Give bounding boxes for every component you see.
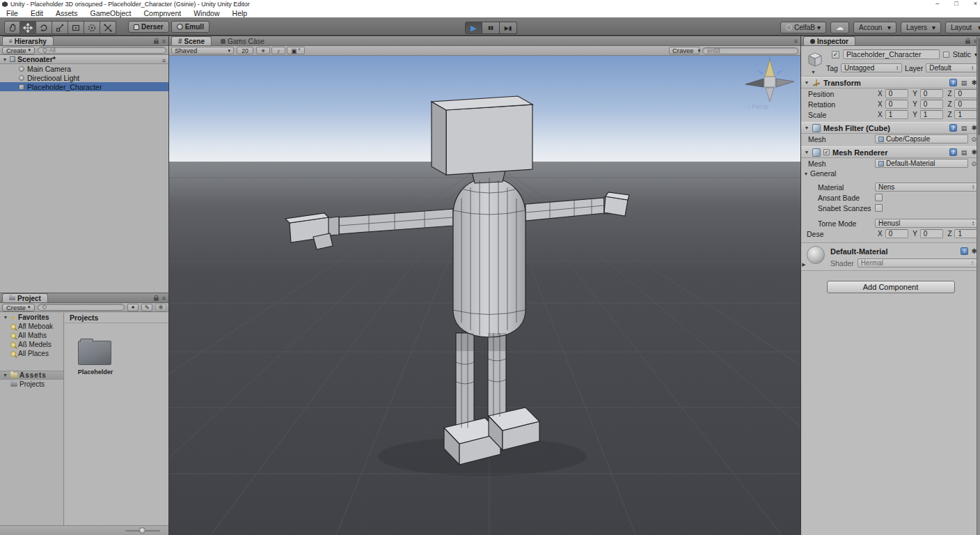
audio-toggle-button[interactable]: ♪: [271, 47, 285, 54]
preview-foldout-icon[interactable]: ▼: [811, 70, 816, 75]
tab-game[interactable]: Gams Càse: [214, 36, 271, 45]
help-icon[interactable]: ?: [949, 79, 957, 86]
foldout-icon[interactable]: ▼: [3, 315, 8, 320]
project-create-button[interactable]: Creste▾: [2, 304, 35, 311]
material-object-field[interactable]: Default-Material: [875, 159, 968, 168]
mesh-object-field[interactable]: Cube/Capsule: [875, 134, 968, 144]
foldout-icon[interactable]: ▼: [3, 373, 8, 378]
transform-header[interactable]: ▼ Transform ?▤✱: [801, 77, 980, 88]
gameobject-name-field[interactable]: Placeholder_Character: [843, 49, 940, 59]
favorite-item[interactable]: All Places: [0, 349, 63, 358]
tab-project[interactable]: Project: [2, 293, 48, 302]
position-z-field[interactable]: 0: [954, 89, 978, 98]
preset-icon[interactable]: ▤: [961, 148, 968, 156]
tab-inspector[interactable]: Inspector: [803, 36, 855, 45]
gizmos-dropdown[interactable]: Cravee▾: [669, 47, 700, 54]
layout-dropdown[interactable]: Layout▾: [945, 22, 980, 33]
help-icon[interactable]: ?: [949, 148, 957, 156]
menu-help[interactable]: Help: [226, 9, 254, 17]
pan-tool-button[interactable]: [4, 21, 20, 34]
scale-tool-button[interactable]: [52, 21, 68, 34]
torne-mode-dropdown[interactable]: Henusl↕: [875, 219, 978, 228]
placeholder-folder[interactable]: [78, 341, 111, 365]
rect-tool-button[interactable]: [68, 21, 84, 34]
hierarchy-item-placeholder-character[interactable]: Placeholder_Character: [0, 82, 168, 91]
menu-assets[interactable]: Assets: [49, 9, 84, 17]
preset-icon[interactable]: ▤: [961, 124, 968, 132]
project-search-input[interactable]: [38, 304, 125, 311]
cloud-button[interactable]: ☁: [830, 22, 849, 33]
panel-menu-icon[interactable]: ≡: [162, 295, 166, 302]
favorite-item[interactable]: Afl Meboak: [0, 322, 63, 331]
tab-scene[interactable]: #Scene: [171, 36, 212, 45]
position-y-field[interactable]: 0: [920, 89, 944, 98]
foldout-icon[interactable]: ▼: [804, 80, 809, 85]
mesh-renderer-enabled-checkbox[interactable]: ✓: [823, 149, 830, 155]
rotation-y-field[interactable]: 0: [920, 100, 944, 109]
favorites-root[interactable]: ▼★Favorites: [0, 313, 63, 322]
pause-button[interactable]: ▮▮: [482, 22, 500, 34]
assets-child-projects[interactable]: Projects: [0, 380, 63, 389]
scene-row[interactable]: ▼ Scenoater* ≡: [0, 55, 168, 64]
search-by-type-button[interactable]: ✦: [127, 304, 139, 311]
menu-component[interactable]: Compnvent: [137, 9, 187, 17]
help-icon[interactable]: ?: [949, 124, 957, 132]
mesh-filter-header[interactable]: ▼ Mesh Filter (Cube) ?▤✱: [801, 122, 980, 134]
shader-dropdown[interactable]: Hermal↕: [858, 258, 977, 268]
foldout-icon[interactable]: ▼: [2, 57, 8, 62]
foldout-icon[interactable]: ▼: [804, 125, 809, 130]
lighting-toggle-button[interactable]: ☀: [256, 47, 270, 54]
tag-dropdown[interactable]: Untagged↕: [841, 63, 902, 72]
menu-window[interactable]: Window: [187, 9, 226, 17]
layer-dropdown[interactable]: Default↕: [926, 63, 977, 72]
inspector-scrollbar[interactable]: [977, 36, 980, 535]
folder-label[interactable]: Placehelder: [65, 369, 126, 375]
dese-y-field[interactable]: 0: [920, 229, 944, 238]
material-dropdown[interactable]: Nens↕: [875, 183, 978, 192]
maximize-button[interactable]: □: [954, 0, 958, 7]
foldout-icon[interactable]: ▼: [804, 150, 809, 155]
collab-dropdown[interactable]: CelfaB▾: [780, 22, 826, 33]
add-component-button[interactable]: Add Component: [827, 281, 955, 293]
lock-icon[interactable]: [154, 40, 159, 44]
move-tool-button[interactable]: [20, 21, 36, 34]
space-toggle-button[interactable]: Emull: [171, 21, 210, 33]
persp-label[interactable]: ‹ Persp: [748, 103, 768, 110]
play-button[interactable]: ▶: [465, 22, 482, 34]
panel-menu-icon[interactable]: ≡: [794, 38, 798, 45]
hierarchy-item-directional-light[interactable]: Directiooal Light: [0, 73, 168, 82]
scene-viewport[interactable]: y ‹ Persp: [169, 56, 800, 535]
2d-toggle-button[interactable]: 20: [237, 47, 253, 54]
position-x-field[interactable]: 0: [885, 89, 909, 98]
thumbnail-zoom-slider[interactable]: [125, 530, 160, 532]
snabet-scanzes-checkbox[interactable]: [875, 204, 883, 212]
hierarchy-item-main-camera[interactable]: Main Camera: [0, 64, 168, 73]
shading-mode-dropdown[interactable]: Shaved▾: [171, 47, 234, 54]
scene-search-input[interactable]: enßll: [702, 47, 798, 54]
lock-icon[interactable]: [154, 297, 159, 301]
account-dropdown[interactable]: Accoun▾: [853, 22, 896, 33]
active-checkbox[interactable]: ✓: [832, 51, 839, 59]
rotate-tool-button[interactable]: [36, 21, 52, 34]
favorite-item[interactable]: All Maths: [0, 331, 63, 340]
tab-hierarchy[interactable]: ≡Hierarshy: [2, 36, 54, 45]
preset-icon[interactable]: ▤: [961, 79, 968, 86]
pivot-toggle-button[interactable]: Derser: [128, 21, 169, 33]
dese-z-field[interactable]: 1: [954, 229, 978, 238]
step-button[interactable]: ▶▮: [500, 22, 517, 34]
effects-dropdown-button[interactable]: ▣°: [287, 47, 305, 54]
scale-z-field[interactable]: 1: [954, 110, 978, 119]
favorite-item[interactable]: Aß Medels: [0, 340, 63, 349]
menu-edit[interactable]: Edit: [24, 9, 49, 17]
scene-menu-icon[interactable]: ≡: [162, 57, 166, 64]
menu-gameobject[interactable]: GameObject: [84, 9, 138, 17]
rotation-x-field[interactable]: 0: [885, 100, 909, 109]
mesh-renderer-header[interactable]: ▼ ✓ Mesh Renderer ?▤✱: [801, 146, 980, 158]
menu-file[interactable]: File: [0, 9, 24, 17]
hierarchy-create-button[interactable]: Create▾: [2, 47, 35, 54]
dese-x-field[interactable]: 0: [885, 229, 909, 238]
custom-tool-button[interactable]: [100, 21, 116, 34]
material-foldout-icon[interactable]: ▶: [801, 262, 807, 268]
ansant-bade-checkbox[interactable]: [875, 194, 883, 201]
scale-x-field[interactable]: 1: [885, 110, 909, 119]
